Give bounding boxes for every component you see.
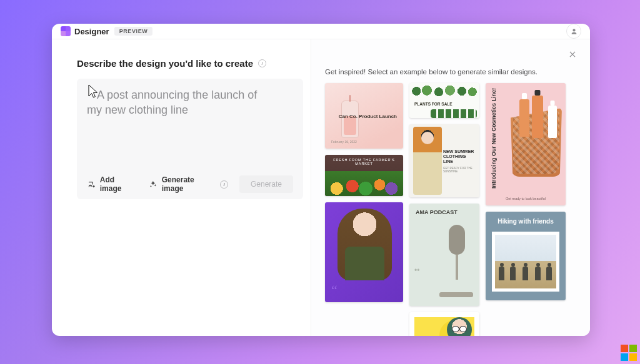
template-tile-farmers-market[interactable]: FRESH FROM THE FARMER'S MARKET (325, 155, 403, 196)
microsoft-logo-icon (621, 345, 637, 361)
content-area: Describe the design you'd like to create… (52, 39, 590, 336)
template-tile-hiking[interactable]: Hiking with friends (486, 212, 566, 300)
template-tile-can-co[interactable]: Can Co. Product Launch February 16, 2022 (325, 83, 403, 149)
person-icon (570, 27, 578, 36)
left-pane: Describe the design you'd like to create… (52, 39, 311, 336)
image-add-icon (87, 180, 96, 189)
template-tile-plants[interactable]: PLANTS FOR SALE (409, 83, 479, 118)
prompt-box: A post announcing the launch of my new c… (77, 79, 303, 199)
close-icon (568, 50, 577, 59)
title-bar: Designer PREVIEW (52, 24, 590, 39)
template-tile-summer-clothing[interactable]: NEW SUMMER CLOTHING LINE GET READY FOR T… (409, 124, 479, 197)
add-image-label: Add image (100, 175, 138, 193)
add-image-button[interactable]: Add image (87, 175, 138, 193)
template-gallery: Can Co. Product Launch February 16, 2022… (325, 83, 570, 336)
account-button[interactable] (566, 24, 581, 39)
template-tile-purple-portrait[interactable]: “ (325, 202, 403, 302)
generate-image-label: Generate image (162, 175, 217, 193)
inspiration-heading: Get inspired! Select an example below to… (325, 68, 570, 76)
app-window: Designer PREVIEW Describe the design you… (52, 24, 590, 336)
prompt-actions: Add image Generate image i Generate (87, 170, 293, 193)
template-tile-podcast[interactable]: AMA PODCAST •• (409, 204, 479, 306)
prompt-placeholder: A post announcing the launch of my new c… (87, 87, 274, 118)
generate-image-button[interactable]: Generate image i (149, 175, 228, 193)
template-tile-cosmetics[interactable]: Introducing Our New Cosmetics Line! Get … (486, 83, 566, 205)
designer-logo-icon (61, 26, 71, 36)
app-title: Designer (74, 27, 109, 36)
template-tile-yellow-portrait[interactable] (409, 312, 479, 336)
right-pane: Get inspired! Select an example below to… (311, 39, 590, 336)
generate-button[interactable]: Generate (239, 175, 293, 193)
prompt-heading: Describe the design you'd like to create (77, 58, 253, 69)
info-icon[interactable]: i (220, 180, 228, 189)
sparkle-icon (149, 180, 158, 189)
preview-badge: PREVIEW (114, 27, 153, 36)
info-icon[interactable]: i (258, 59, 266, 67)
close-button[interactable] (565, 47, 580, 62)
prompt-textarea[interactable]: A post announcing the launch of my new c… (87, 87, 293, 165)
